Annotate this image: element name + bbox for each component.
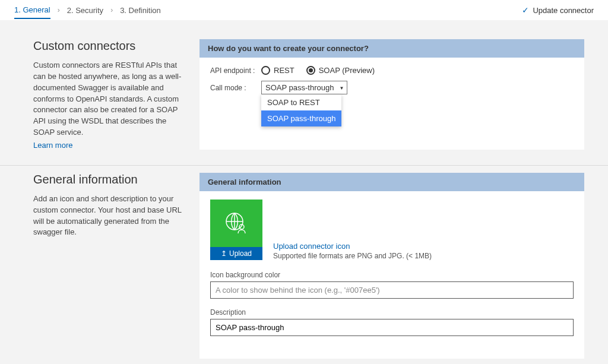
section-custom-connectors: Custom connectors Custom connectors are … bbox=[0, 32, 608, 165]
top-step-bar: 1. General › 2. Security › 3. Definition… bbox=[0, 0, 608, 20]
api-endpoint-label: API endpoint : bbox=[210, 67, 261, 75]
panel1-body: API endpoint : REST SOAP (Preview) Call bbox=[200, 58, 584, 113]
icon-bg-color-label: Icon background color bbox=[210, 271, 574, 279]
step-list: 1. General › 2. Security › 3. Definition bbox=[14, 2, 161, 19]
section1-left: Custom connectors Custom connectors are … bbox=[33, 39, 200, 150]
update-connector-button[interactable]: ✓ Update connector bbox=[522, 5, 594, 15]
call-mode-row: Call mode : SOAP pass-through SOAP to RE… bbox=[210, 81, 574, 94]
step-definition[interactable]: 3. Definition bbox=[120, 2, 161, 18]
section1-panel: How do you want to create your connector… bbox=[200, 39, 584, 150]
call-mode-selected: SOAP pass-through bbox=[265, 83, 334, 92]
upload-supported-text: Supported file formats are PNG and JPG. … bbox=[273, 252, 432, 260]
section-general-information: General information Add an icon and shor… bbox=[0, 166, 608, 364]
description-input[interactable] bbox=[210, 319, 574, 336]
upload-button[interactable]: ↥ Upload bbox=[210, 247, 262, 260]
description-field: Description bbox=[210, 308, 574, 336]
section1-desc: Custom connectors are RESTful APIs that … bbox=[33, 60, 183, 138]
description-label: Description bbox=[210, 308, 574, 316]
section2-title: General information bbox=[33, 173, 183, 186]
radio-rest-label: REST bbox=[274, 66, 294, 75]
globe-person-icon bbox=[224, 211, 249, 236]
step-security[interactable]: 2. Security bbox=[67, 2, 103, 18]
icon-bg-color-field: Icon background color bbox=[210, 271, 574, 299]
call-mode-label: Call mode : bbox=[210, 84, 261, 92]
chevron-right-icon: › bbox=[58, 6, 60, 14]
learn-more-link[interactable]: Learn more bbox=[33, 141, 72, 150]
section1-title: Custom connectors bbox=[33, 39, 183, 53]
panel2-body: ↥ Upload Upload connector icon Supported… bbox=[200, 191, 584, 359]
api-endpoint-row: API endpoint : REST SOAP (Preview) bbox=[210, 66, 574, 75]
call-mode-dropdown-wrap: SOAP pass-through SOAP to REST SOAP pass… bbox=[261, 81, 347, 94]
icon-bg-color-input[interactable] bbox=[210, 281, 574, 299]
check-icon: ✓ bbox=[522, 5, 529, 15]
page-body: Custom connectors Custom connectors are … bbox=[0, 20, 608, 364]
panel2-header: General information bbox=[200, 173, 584, 191]
upload-button-label: Upload bbox=[229, 249, 252, 258]
section2-panel: General information bbox=[200, 173, 584, 359]
radio-icon bbox=[306, 66, 315, 75]
call-mode-dropdown-list: SOAP to REST SOAP pass-through bbox=[261, 94, 341, 126]
api-endpoint-radio-group: REST SOAP (Preview) bbox=[261, 66, 375, 75]
update-connector-label: Update connector bbox=[533, 6, 594, 15]
radio-icon bbox=[261, 66, 270, 75]
upload-info: Upload connector icon Supported file for… bbox=[273, 242, 432, 260]
step-general[interactable]: 1. General bbox=[14, 2, 50, 19]
panel1-header: How do you want to create your connector… bbox=[200, 39, 584, 58]
section2-desc: Add an icon and short description to you… bbox=[33, 194, 183, 238]
upload-icon: ↥ bbox=[221, 249, 227, 258]
call-mode-dropdown[interactable]: SOAP pass-through bbox=[261, 81, 347, 94]
icon-upload-row: ↥ Upload Upload connector icon Supported… bbox=[210, 200, 574, 260]
option-soap-to-rest[interactable]: SOAP to REST bbox=[261, 94, 341, 110]
option-soap-pass-through[interactable]: SOAP pass-through bbox=[261, 110, 341, 126]
chevron-right-icon: › bbox=[110, 6, 113, 14]
upload-connector-icon-link[interactable]: Upload connector icon bbox=[273, 242, 432, 251]
radio-rest[interactable]: REST bbox=[261, 66, 294, 75]
radio-soap[interactable]: SOAP (Preview) bbox=[306, 66, 375, 75]
connector-icon-preview bbox=[210, 200, 262, 247]
section2-left: General information Add an icon and shor… bbox=[33, 173, 200, 359]
radio-soap-label: SOAP (Preview) bbox=[319, 66, 375, 75]
icon-tile: ↥ Upload bbox=[210, 200, 262, 260]
